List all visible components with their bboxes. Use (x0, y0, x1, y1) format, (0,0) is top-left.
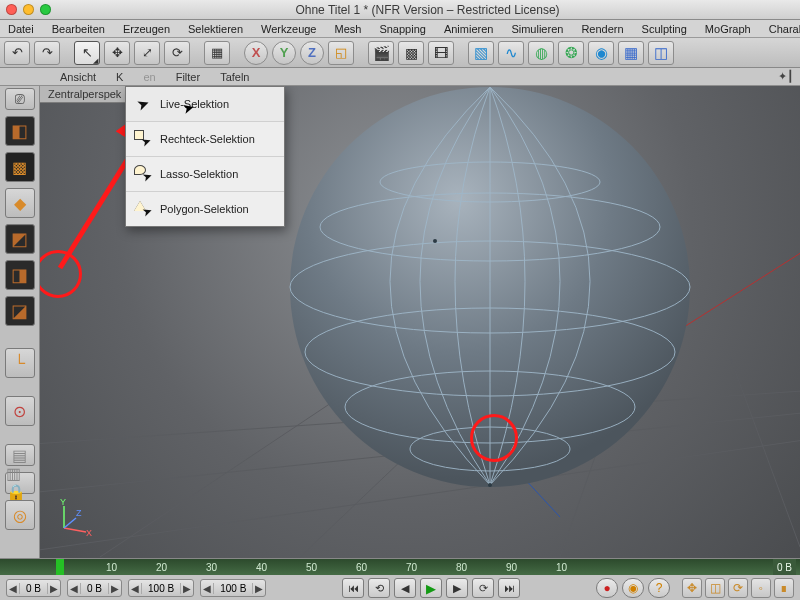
add-spline-button[interactable]: ∿ (498, 41, 524, 65)
popup-item-rechteck-selektion[interactable]: ➤ Rechteck-Selektion (126, 122, 284, 157)
svg-text:Z: Z (76, 508, 82, 518)
view-menu-tafeln[interactable]: Tafeln (220, 71, 249, 83)
svg-text:X: X (86, 528, 92, 538)
polygon-select-icon: ➤ (134, 200, 152, 218)
autokey-button[interactable]: ◉ (622, 578, 644, 598)
record-button[interactable]: ● (596, 578, 618, 598)
play-button[interactable]: ▶ (420, 578, 442, 598)
lock-y-axis[interactable]: Y (272, 41, 296, 65)
lock-z-axis[interactable]: Z (300, 41, 324, 65)
frame-current-field[interactable]: ◀0 B▶ (67, 579, 122, 597)
redo-button[interactable]: ↷ (34, 41, 60, 65)
rotate-tool[interactable]: ⟳ (164, 41, 190, 65)
soft-select-2[interactable]: ▥🔒 (5, 472, 35, 494)
window-title: Ohne Titel 1 * (NFR Version – Restricted… (61, 3, 794, 17)
zoom-window-button[interactable] (40, 4, 51, 15)
lock-x-axis[interactable]: X (244, 41, 268, 65)
menu-bearbeiten[interactable]: Bearbeiten (48, 22, 109, 36)
popup-item-lasso-selektion[interactable]: ➤ Lasso-Selektion (126, 157, 284, 192)
timeline-ruler[interactable]: 0 10 20 30 40 50 60 70 80 90 10 0 B (0, 559, 800, 575)
view-menu-ansicht[interactable]: Ansicht (60, 71, 96, 83)
undo-button[interactable]: ↶ (4, 41, 30, 65)
make-editable-button[interactable]: ⎚ (5, 88, 35, 110)
move-tool[interactable]: ✥ (104, 41, 130, 65)
keyframe-buttons: ● ◉ ? (596, 578, 670, 598)
recent-tool[interactable]: ▦ (204, 41, 230, 65)
edges-mode[interactable]: ◨ (5, 260, 35, 290)
timeline-playhead[interactable] (56, 559, 64, 575)
close-window-button[interactable] (6, 4, 17, 15)
scale-tool[interactable]: ⤢ (134, 41, 160, 65)
menu-datei[interactable]: Datei (4, 22, 38, 36)
go-end-button[interactable]: ⏭ (498, 578, 520, 598)
add-camera-button[interactable]: ▦ (618, 41, 644, 65)
texture-mode[interactable]: ▩ (5, 152, 35, 182)
menu-selektieren[interactable]: Selektieren (184, 22, 247, 36)
key-param-button[interactable]: ◦ (751, 578, 771, 598)
view-menu-filter[interactable]: Filter (176, 71, 200, 83)
add-generator-button[interactable]: ◍ (528, 41, 554, 65)
minimize-window-button[interactable] (23, 4, 34, 15)
key-position-button[interactable]: ✥ (682, 578, 702, 598)
perspective-viewport[interactable]: Zentralperspek ➤ Live-Selektion ➤ Rechte… (40, 86, 800, 558)
add-environment-button[interactable]: ◉ (588, 41, 614, 65)
axis-mode[interactable]: └ (5, 348, 35, 378)
frame-start-field[interactable]: ◀0 B▶ (6, 579, 61, 597)
key-pla-button[interactable]: ∎ (774, 578, 794, 598)
timeline-tick: 80 (456, 562, 506, 573)
menu-rendern[interactable]: Rendern (577, 22, 627, 36)
step-back-button[interactable]: ◀ (394, 578, 416, 598)
step-fwd-button[interactable]: ▶ (446, 578, 468, 598)
render-region-button[interactable]: ▩ (398, 41, 424, 65)
timeline-tick: 50 (306, 562, 356, 573)
frame-total-field[interactable]: ◀100 B▶ (200, 579, 266, 597)
menu-animieren[interactable]: Animieren (440, 22, 498, 36)
menu-erzeugen[interactable]: Erzeugen (119, 22, 174, 36)
rectangle-select-icon: ➤ (134, 130, 152, 148)
svg-line-21 (64, 528, 86, 532)
snap-toggle[interactable]: ⊙ (5, 396, 35, 426)
popup-item-polygon-selektion[interactable]: ➤ Polygon-Selektion (126, 192, 284, 226)
render-view-button[interactable]: 🎬 (368, 41, 394, 65)
key-rotation-button[interactable]: ⟳ (728, 578, 748, 598)
prev-key-button[interactable]: ⟲ (368, 578, 390, 598)
model-mode[interactable]: ◧ (5, 116, 35, 146)
timeline-tick: 30 (206, 562, 256, 573)
workplane-mode[interactable]: ◆ (5, 188, 35, 218)
menu-mograph[interactable]: MoGraph (701, 22, 755, 36)
frame-end-field[interactable]: ◀100 B▶ (128, 579, 194, 597)
traffic-lights (6, 4, 51, 15)
timeline-tick: 90 (506, 562, 556, 573)
menu-werkzeuge[interactable]: Werkzeuge (257, 22, 320, 36)
add-deformer-button[interactable]: ❂ (558, 41, 584, 65)
viewport-config-icon[interactable]: ✦┃ (778, 70, 794, 83)
lasso-select-icon: ➤ (134, 165, 152, 183)
soft-select-1[interactable]: ▤ (5, 444, 35, 466)
axis-gizmo: Y X Z (54, 498, 94, 538)
coord-system-button[interactable]: ◱ (328, 41, 354, 65)
next-key-button[interactable]: ⟳ (472, 578, 494, 598)
viewport-solo[interactable]: ◎ (5, 500, 35, 530)
popup-item-live-selektion[interactable]: ➤ Live-Selektion (126, 87, 284, 122)
live-selection-tool[interactable]: ↖◢ (74, 41, 100, 65)
menu-charakter[interactable]: Charak (765, 22, 800, 36)
go-start-button[interactable]: ⏮ (342, 578, 364, 598)
menu-mesh[interactable]: Mesh (330, 22, 365, 36)
add-cube-button[interactable]: ▧ (468, 41, 494, 65)
menu-sculpting[interactable]: Sculpting (638, 22, 691, 36)
timeline-tick: 60 (356, 562, 406, 573)
render-settings-button[interactable]: 🎞 (428, 41, 454, 65)
points-mode[interactable]: ◩ (5, 224, 35, 254)
polygons-mode[interactable]: ◪ (5, 296, 35, 326)
keyframe-options-button[interactable]: ? (648, 578, 670, 598)
timeline-area: 0 10 20 30 40 50 60 70 80 90 10 0 B ◀0 B… (0, 558, 800, 600)
view-menu-kameras[interactable]: K (116, 71, 123, 83)
add-light-button[interactable]: ◫ (648, 41, 674, 65)
menu-snapping[interactable]: Snapping (375, 22, 430, 36)
popup-item-label: Polygon-Selektion (160, 203, 249, 215)
key-scale-button[interactable]: ◫ (705, 578, 725, 598)
menu-simulieren[interactable]: Simulieren (507, 22, 567, 36)
pointer-icon: ➤ (134, 95, 152, 113)
timeline-tick: 10 (556, 562, 606, 573)
view-menu-hidden: en (143, 71, 155, 83)
